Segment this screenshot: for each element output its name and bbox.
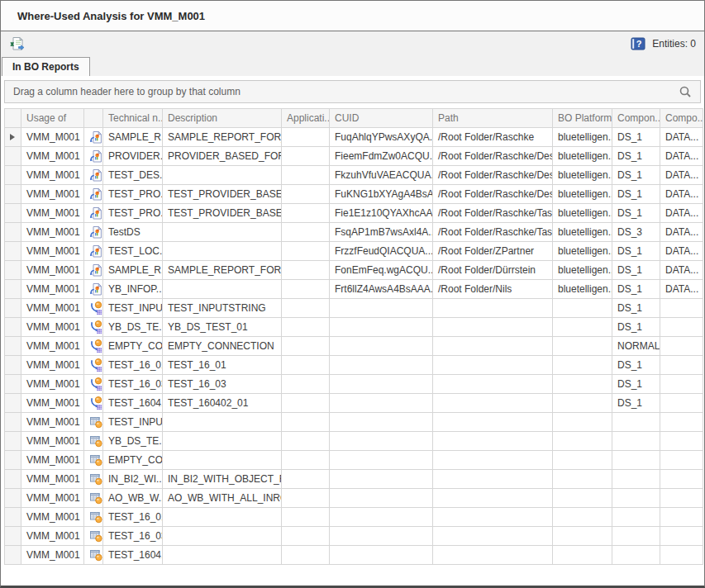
cell-usage-of[interactable]: VMM_M001 [21, 204, 84, 223]
excel-export-icon[interactable] [9, 36, 25, 52]
cell-component-1[interactable] [612, 432, 660, 451]
cell-cuid[interactable] [330, 299, 433, 318]
cell-component-2[interactable]: DATA... [660, 128, 703, 147]
cell-component-2[interactable]: DATA... [660, 223, 703, 242]
cell-cuid[interactable] [330, 489, 433, 508]
cell-cuid[interactable] [330, 318, 433, 337]
row-selector-cell[interactable] [5, 394, 21, 413]
help-icon[interactable]: ? [631, 37, 645, 50]
cell-bo-platform[interactable]: bluetelligen... [553, 128, 612, 147]
cell-cuid[interactable] [330, 432, 433, 451]
cell-technical-name[interactable]: TEST_16_03 [103, 375, 163, 394]
cell-component-2[interactable] [660, 432, 703, 451]
group-by-panel[interactable]: Drag a column header here to group by th… [4, 80, 701, 103]
cell-path[interactable]: /Root Folder/Raschke [433, 128, 553, 147]
cell-technical-name[interactable]: PROVIDER... [103, 147, 163, 166]
row-selector-cell[interactable] [5, 546, 21, 565]
cell-type-icon[interactable] [84, 356, 103, 375]
cell-cuid[interactable]: FkzuhVfuVAEACQUA... [330, 166, 433, 185]
cell-component-1[interactable] [612, 470, 660, 489]
cell-path[interactable] [433, 470, 553, 489]
cell-cuid[interactable] [330, 527, 433, 546]
cell-application[interactable] [282, 432, 330, 451]
cell-component-1[interactable] [612, 508, 660, 527]
column-header-component-2[interactable]: Compo... [660, 109, 703, 128]
cell-cuid[interactable] [330, 375, 433, 394]
cell-description[interactable]: SAMPLE_REPORT_FOR_T... [163, 261, 282, 280]
cell-bo-platform[interactable]: bluetelligen... [553, 223, 612, 242]
search-icon[interactable] [679, 85, 692, 98]
table-row[interactable]: VMM_M001 SAMPLE_R... SAMPLE_REPORT_FOR_T… [5, 261, 703, 280]
row-selector-cell[interactable] [5, 432, 21, 451]
cell-bo-platform[interactable] [553, 413, 612, 432]
cell-technical-name[interactable]: TEST_16_03 [103, 527, 163, 546]
cell-type-icon[interactable] [84, 280, 103, 299]
table-row[interactable]: VMM_M001 TEST_16_01 [5, 508, 703, 527]
column-header-path[interactable]: Path [433, 109, 553, 128]
cell-component-1[interactable] [612, 546, 660, 565]
cell-component-2[interactable]: DATA... [660, 166, 703, 185]
cell-description[interactable]: SAMPLE_REPORT_FOR_T... [163, 128, 282, 147]
cell-application[interactable] [282, 375, 330, 394]
cell-path[interactable]: /Root Folder/Raschke/Task... [433, 223, 553, 242]
cell-cuid[interactable] [330, 546, 433, 565]
table-row[interactable]: VMM_M001 SAMPLE_R... SAMPLE_REPORT_FOR_T… [5, 128, 703, 147]
cell-usage-of[interactable]: VMM_M001 [21, 413, 84, 432]
table-row[interactable]: VMM_M001 EMPTY_CO... [5, 451, 703, 470]
cell-application[interactable] [282, 147, 330, 166]
cell-bo-platform[interactable] [553, 508, 612, 527]
cell-component-2[interactable] [660, 546, 703, 565]
cell-cuid[interactable] [330, 337, 433, 356]
cell-technical-name[interactable]: AO_WB_W... [103, 489, 163, 508]
cell-usage-of[interactable]: VMM_M001 [21, 147, 84, 166]
cell-type-icon[interactable] [84, 147, 103, 166]
cell-bo-platform[interactable] [553, 527, 612, 546]
cell-type-icon[interactable] [84, 470, 103, 489]
cell-usage-of[interactable]: VMM_M001 [21, 451, 84, 470]
table-row[interactable]: VMM_M001 TEST_PRO... TEST_PROVIDER_BASED… [5, 204, 703, 223]
cell-application[interactable] [282, 185, 330, 204]
cell-cuid[interactable] [330, 394, 433, 413]
cell-description[interactable]: TEST_16_01 [163, 356, 282, 375]
cell-technical-name[interactable]: EMPTY_CO... [103, 337, 163, 356]
row-selector-cell[interactable] [5, 489, 21, 508]
cell-type-icon[interactable] [84, 527, 103, 546]
cell-bo-platform[interactable] [553, 470, 612, 489]
cell-type-icon[interactable] [84, 299, 103, 318]
cell-path[interactable] [433, 546, 553, 565]
cell-component-2[interactable] [660, 413, 703, 432]
table-row[interactable]: VMM_M001 AO_WB_W... AO_WB_WITH_ALL_INROV [5, 489, 703, 508]
table-row[interactable]: VMM_M001 TEST_PRO... TEST_PROVIDER_BASED… [5, 185, 703, 204]
cell-path[interactable]: /Root Folder/Raschke/Desi... [433, 185, 553, 204]
cell-description[interactable] [163, 242, 282, 261]
cell-component-1[interactable]: DS_1 [612, 185, 660, 204]
cell-technical-name[interactable]: TEST_DES... [103, 166, 163, 185]
table-row[interactable]: VMM_M001 TEST_16_03 TEST_16_03 DS_1 [5, 375, 703, 394]
row-selector-cell[interactable] [5, 375, 21, 394]
cell-usage-of[interactable]: VMM_M001 [21, 128, 84, 147]
cell-usage-of[interactable]: VMM_M001 [21, 432, 84, 451]
cell-component-1[interactable] [612, 413, 660, 432]
row-selector-cell[interactable] [5, 470, 21, 489]
cell-application[interactable] [282, 242, 330, 261]
cell-application[interactable] [282, 337, 330, 356]
cell-path[interactable] [433, 356, 553, 375]
cell-type-icon[interactable] [84, 337, 103, 356]
cell-cuid[interactable]: FuKNG1bXYAgA4BsA... [330, 185, 433, 204]
cell-component-1[interactable] [612, 489, 660, 508]
column-header-usage-of[interactable]: Usage of [21, 109, 84, 128]
cell-technical-name[interactable]: TEST_1604... [103, 394, 163, 413]
cell-component-1[interactable]: DS_1 [612, 166, 660, 185]
cell-component-2[interactable] [660, 375, 703, 394]
cell-description[interactable] [163, 508, 282, 527]
table-row[interactable]: VMM_M001 TEST_1604... [5, 546, 703, 565]
table-row[interactable]: VMM_M001 TEST_INPU... [5, 413, 703, 432]
cell-description[interactable] [163, 280, 282, 299]
cell-cuid[interactable] [330, 356, 433, 375]
cell-bo-platform[interactable] [553, 318, 612, 337]
cell-usage-of[interactable]: VMM_M001 [21, 166, 84, 185]
row-selector-cell[interactable] [5, 147, 21, 166]
cell-type-icon[interactable] [84, 489, 103, 508]
cell-description[interactable]: YB_DS_TEST_01 [163, 318, 282, 337]
cell-description[interactable] [163, 166, 282, 185]
